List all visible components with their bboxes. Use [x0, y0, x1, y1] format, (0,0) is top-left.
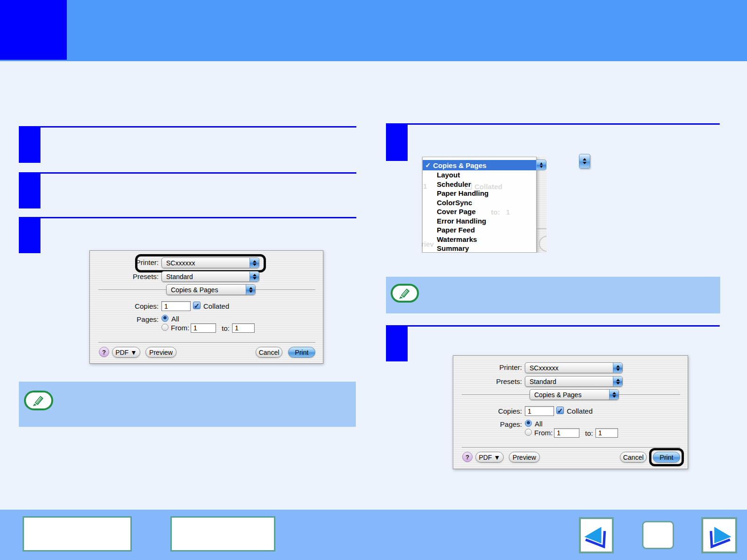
footer-link-box-1[interactable]: [23, 516, 132, 552]
pdf-button[interactable]: PDF ▼: [475, 452, 504, 463]
pages-to-field[interactable]: 1: [232, 323, 255, 333]
step-rule: [386, 325, 720, 327]
header-bar: [0, 0, 747, 61]
print-button[interactable]: Print: [653, 452, 680, 463]
pencil-icon: [398, 287, 412, 300]
step-rule: [19, 126, 356, 128]
menu-item[interactable]: Cover Page: [423, 207, 536, 216]
next-page-button[interactable]: [701, 517, 737, 553]
help-button[interactable]: ?: [462, 452, 473, 462]
printer-popup-value: SCxxxxxx: [162, 259, 249, 267]
manual-page: { "page": { "header_bar_color": "#4D9AFA…: [0, 0, 747, 560]
divider: [462, 447, 680, 448]
printer-popup[interactable]: SCxxxxxx: [161, 257, 259, 268]
presets-popup[interactable]: Standard: [525, 376, 623, 387]
step-marker: [386, 327, 408, 361]
checkmark-icon: ✓: [423, 161, 433, 169]
pages-to-field[interactable]: 1: [595, 428, 618, 438]
copies-label: Copies:: [90, 302, 159, 310]
pane-popup-value: Copies & Pages: [167, 286, 246, 294]
preview-button[interactable]: Preview: [509, 452, 540, 463]
menu-item[interactable]: ColorSync: [423, 198, 536, 208]
collated-label: Collated: [203, 302, 229, 310]
popup-stepper-icon: [613, 376, 622, 386]
pages-label: Pages:: [453, 420, 522, 428]
print-dialog-screenshot-1: Printer: SCxxxxxx Presets: Standard Copi…: [89, 250, 323, 364]
cancel-button[interactable]: Cancel: [620, 452, 647, 463]
next-arrow-icon: [706, 521, 733, 550]
pane-popup[interactable]: Copies & Pages: [166, 284, 256, 295]
footer-link-box-2[interactable]: [170, 516, 275, 552]
step-rule: [19, 217, 356, 218]
pages-from-radio[interactable]: [525, 429, 532, 436]
pages-from-label: From:: [171, 324, 189, 332]
contents-button[interactable]: [642, 521, 674, 549]
presets-label: Presets:: [90, 272, 159, 280]
popup-stepper-icon: [537, 160, 546, 170]
step-rule: [386, 123, 720, 125]
step-marker: [19, 218, 40, 253]
popup-stepper-icon: [613, 363, 622, 373]
pages-all-radio[interactable]: [161, 315, 169, 322]
printer-popup-value: SCxxxxxx: [525, 364, 613, 372]
pages-from-field[interactable]: 1: [191, 323, 216, 333]
menu-item[interactable]: Paper Feed: [423, 225, 536, 235]
pages-from-label: From:: [534, 429, 553, 437]
presets-popup-value: Standard: [525, 378, 613, 385]
popup-stepper-icon: [609, 390, 618, 400]
step-rule: [19, 172, 356, 174]
popup-stepper-icon: [246, 285, 255, 295]
help-button[interactable]: ?: [99, 347, 109, 357]
menu-item-selected[interactable]: ✓ Copies & Pages: [423, 160, 536, 170]
ghost-divider: [537, 228, 546, 229]
divider: [98, 342, 315, 343]
collated-checkbox[interactable]: ✓: [556, 407, 564, 414]
previous-arrow-icon: [583, 521, 610, 550]
pane-popup-value: Copies & Pages: [530, 391, 609, 399]
pdf-button[interactable]: PDF ▼: [112, 347, 140, 358]
copies-field[interactable]: 1: [525, 406, 554, 416]
step-marker: [386, 125, 408, 161]
presets-popup[interactable]: Standard: [161, 271, 259, 282]
pages-label: Pages:: [90, 315, 159, 323]
printer-label: Printer:: [90, 258, 159, 266]
printer-popup[interactable]: SCxxxxxx: [525, 362, 623, 373]
popup-stepper-icon: [249, 272, 259, 281]
menu-item[interactable]: Summary: [423, 244, 536, 253]
menu-item-label: Copies & Pages: [433, 161, 486, 169]
step-marker: [19, 128, 40, 163]
pages-all-label: All: [535, 420, 543, 428]
presets-label: Presets:: [453, 377, 522, 385]
pane-dropdown-menu: ✓ Copies & Pages Layout Scheduler Paper …: [422, 157, 537, 253]
presets-popup-value: Standard: [162, 273, 249, 280]
ghost-button-edge: [539, 236, 546, 252]
menu-item[interactable]: Layout: [423, 170, 536, 180]
pages-to-label: to:: [222, 324, 230, 332]
pane-menu-screenshot: 1 Collated to: 1 riev ✓ Copies & Pages L…: [421, 157, 546, 253]
note-box: [386, 277, 720, 313]
step-marker: [19, 174, 40, 208]
note-box: [19, 382, 356, 427]
preview-button[interactable]: Preview: [145, 347, 177, 358]
collated-checkbox[interactable]: ✓: [193, 302, 201, 309]
pane-popup[interactable]: Copies & Pages: [530, 389, 619, 400]
header-chapter-block: [0, 0, 67, 60]
pages-from-radio[interactable]: [161, 324, 169, 331]
menu-item[interactable]: Watermarks: [423, 235, 536, 244]
menu-item[interactable]: Paper Handling: [423, 189, 536, 198]
cancel-button[interactable]: Cancel: [256, 347, 282, 358]
popup-stepper-icon: [249, 258, 259, 268]
note-badge: [24, 391, 53, 410]
copies-label: Copies:: [453, 407, 522, 415]
copies-field[interactable]: 1: [161, 301, 191, 311]
previous-page-button[interactable]: [579, 517, 614, 553]
pencil-icon: [32, 394, 46, 407]
note-badge: [391, 284, 419, 303]
print-button[interactable]: Print: [288, 347, 315, 358]
menu-item[interactable]: Scheduler: [423, 180, 536, 189]
collated-label: Collated: [567, 407, 593, 415]
pages-from-field[interactable]: 1: [554, 428, 579, 438]
pages-all-radio[interactable]: [525, 420, 532, 427]
printer-label: Printer:: [453, 363, 522, 371]
menu-item[interactable]: Error Handling: [423, 216, 536, 226]
